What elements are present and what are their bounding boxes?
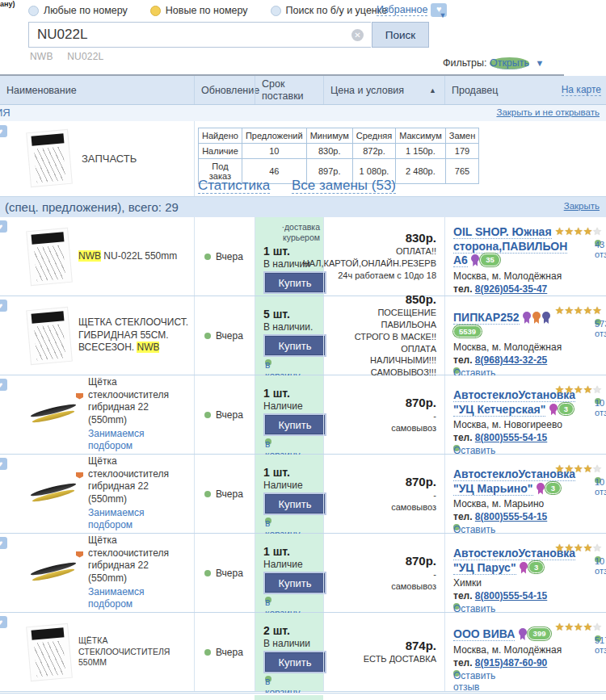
medal-icon bbox=[471, 254, 479, 266]
reviews-count-link[interactable]: 43 отзыва bbox=[595, 240, 601, 246]
buy-button[interactable]: Купить bbox=[265, 494, 325, 513]
seller-location: Химки bbox=[453, 577, 603, 589]
update-cell: Вчера bbox=[194, 534, 255, 612]
product-thumbnail[interactable] bbox=[26, 129, 73, 187]
price-cell: 870р. - самовывоз bbox=[323, 534, 444, 612]
selection-help-link[interactable]: Занимаемся подбором bbox=[88, 428, 188, 453]
update-cell: Вчера bbox=[194, 613, 255, 691]
radio-selected-icon[interactable] bbox=[150, 6, 161, 16]
delivery-cell: 2 шт. В наличии Купить в корзину bbox=[255, 613, 323, 691]
seller-name-link[interactable]: ООО ВИВА bbox=[453, 627, 515, 641]
add-to-cart-link[interactable]: в корзину bbox=[265, 676, 271, 682]
product-photo-thumbnail[interactable] bbox=[28, 395, 80, 435]
count-badge: 3 bbox=[545, 482, 561, 495]
stock-status: В наличии. bbox=[263, 321, 320, 333]
medal-icon bbox=[537, 483, 545, 495]
seller-name-link[interactable]: ПИПКАР252 bbox=[453, 311, 520, 325]
add-to-cart-link[interactable]: в корзину bbox=[265, 597, 271, 603]
radio-icon[interactable] bbox=[271, 6, 281, 16]
search-results-page: ану) Любые по номеру Новые по номеру Пои… bbox=[0, 0, 606, 700]
price-terms: ПОСЕЩЕНИЕ ПАВИЛЬОНА СТРОГО В МАСКЕ!! ОПЛ… bbox=[324, 307, 436, 379]
favorites-link[interactable]: Избранное bbox=[377, 4, 427, 16]
next-row-partial bbox=[0, 693, 606, 700]
quantity: 5 шт. bbox=[263, 308, 320, 321]
map-link[interactable]: На карте bbox=[562, 84, 601, 96]
rating-stars: ★★★★★ bbox=[555, 463, 602, 475]
clear-icon[interactable]: ✕ bbox=[351, 29, 364, 41]
reviews-count-link[interactable]: 10 отзывов bbox=[595, 398, 601, 404]
medal-icon bbox=[542, 312, 550, 324]
leave-review-link[interactable]: Оставить отзыв bbox=[453, 670, 460, 677]
col-header-name[interactable]: Наименование bbox=[0, 76, 194, 104]
phone-link[interactable]: 8(915)487-60-90 bbox=[475, 657, 547, 669]
seller-name-link[interactable]: OIL SHOP. Южная сторона,ПАВИЛЬОН А6 bbox=[453, 225, 567, 267]
buy-button[interactable]: Купить bbox=[265, 336, 325, 355]
buy-button[interactable]: Купить bbox=[265, 573, 325, 593]
search-button[interactable]: Поиск bbox=[372, 22, 429, 48]
sort-asc-icon[interactable]: ▲ bbox=[429, 86, 436, 94]
medal-icon bbox=[549, 404, 558, 416]
update-cell: Вчера bbox=[194, 455, 255, 533]
price-cell: 850р. ПОСЕЩЕНИЕ ПАВИЛЬОНА СТРОГО В МАСКЕ… bbox=[323, 296, 444, 375]
close-permanently-link[interactable]: Закрыть и не открывать bbox=[496, 107, 600, 117]
leave-review-link[interactable]: Оставить отзыв bbox=[453, 367, 460, 374]
status-dot-icon bbox=[204, 412, 211, 418]
add-to-cart-link[interactable]: в корзину bbox=[265, 518, 271, 524]
leave-review-link[interactable]: Оставить отзыв bbox=[453, 524, 460, 530]
phone-link[interactable]: 8(926)054-35-47 bbox=[475, 283, 547, 295]
selection-help-link[interactable]: Занимаемся подбором bbox=[88, 586, 188, 611]
count-badge: 399 bbox=[528, 627, 552, 640]
phone-link[interactable]: 8(800)555-54-15 bbox=[475, 590, 547, 601]
statistics-link[interactable]: Статистика bbox=[198, 178, 270, 194]
leave-review-link[interactable]: Оставить отзыв bbox=[453, 603, 460, 610]
buy-button[interactable]: Купить bbox=[265, 652, 325, 672]
phone-link[interactable]: 8(800)555-54-15 bbox=[475, 432, 547, 443]
reviews-count-link[interactable]: 10 отзывов bbox=[595, 477, 601, 484]
close-link[interactable]: Закрыть bbox=[564, 201, 600, 211]
chevron-down-icon: ▼ bbox=[439, 12, 446, 19]
product-photo-thumbnail[interactable] bbox=[28, 553, 80, 593]
product-thumbnail[interactable] bbox=[26, 227, 73, 285]
filters-open-link[interactable]: Открыть bbox=[490, 57, 529, 69]
price: 870р. bbox=[406, 475, 436, 488]
all-replacements-link[interactable]: Все замены (53) bbox=[292, 178, 396, 194]
favorite-icon[interactable]: ♥ bbox=[0, 125, 7, 137]
offer-row: ♥ Щётка стеклоочистителя гибридная 22 (5… bbox=[0, 534, 606, 613]
add-to-cart-link[interactable]: в корзину bbox=[265, 359, 271, 366]
medal-icon bbox=[520, 562, 528, 574]
count-badge: 35 bbox=[480, 254, 500, 266]
reviews-count-link[interactable]: 517 отзывов bbox=[595, 635, 601, 642]
selection-help-link[interactable]: Занимаемся подбором bbox=[88, 507, 188, 532]
reviews-count-link[interactable]: 10 отзывов bbox=[595, 556, 601, 563]
add-to-cart-link[interactable]: в корзину bbox=[265, 438, 271, 445]
product-thumbnail[interactable] bbox=[26, 622, 73, 681]
buy-button[interactable]: Купить bbox=[265, 415, 325, 434]
radio-any-by-number[interactable]: Любые по номеру bbox=[28, 5, 128, 16]
col-header-delivery[interactable]: Срок поставки bbox=[255, 76, 323, 104]
quantity: 2 шт. bbox=[263, 624, 320, 637]
heart-icon[interactable]: ♥▼ bbox=[431, 3, 447, 17]
leave-review-link[interactable]: Оставить отзыв bbox=[453, 445, 460, 451]
col-header-update[interactable]: Обновление bbox=[194, 76, 255, 104]
phone-link[interactable]: 8(800)555-54-15 bbox=[475, 511, 547, 522]
search-input[interactable] bbox=[28, 22, 371, 48]
search-box: ✕ Поиск bbox=[28, 22, 371, 48]
chevron-down-icon[interactable]: ▼ bbox=[536, 58, 545, 68]
col-header-seller[interactable]: Продавец На карте bbox=[444, 76, 606, 104]
radio-used-search[interactable]: Поиск по б/у и уценке bbox=[271, 5, 388, 16]
offer-name-cell: ЩЕТКА СТЕКЛООЧИСТ. ГИБРИДНАЯ 55СМ. ВСЕСЕ… bbox=[0, 296, 194, 375]
radio-new-by-number[interactable]: Новые по номеру bbox=[150, 5, 248, 16]
seller-cell: ★★★★★ 517 отзывов ООО ВИВА 399 Москва, м… bbox=[444, 613, 606, 691]
radio-icon[interactable] bbox=[28, 6, 39, 16]
product-thumbnail[interactable] bbox=[26, 306, 73, 364]
update-cell: Вчера bbox=[194, 296, 255, 375]
offer-name-cell: Щётка стеклоочистителя гибридная 22 (550… bbox=[0, 455, 194, 533]
product-photo-thumbnail[interactable] bbox=[28, 474, 80, 514]
price-terms: - самовывоз bbox=[391, 410, 436, 434]
phone-link[interactable]: 8(968)443-32-25 bbox=[475, 354, 547, 366]
col-header-price[interactable]: Цена и условия ▲ bbox=[323, 76, 444, 104]
reviews-count-link[interactable]: 5736 отзывов bbox=[595, 319, 601, 325]
offer-name-cell: ЩЁТКА СТЕКЛООЧИСТИТЕЛЯ 550ММ bbox=[0, 613, 194, 691]
photo-marker-icon bbox=[76, 393, 83, 400]
price: 870р. bbox=[406, 396, 436, 409]
